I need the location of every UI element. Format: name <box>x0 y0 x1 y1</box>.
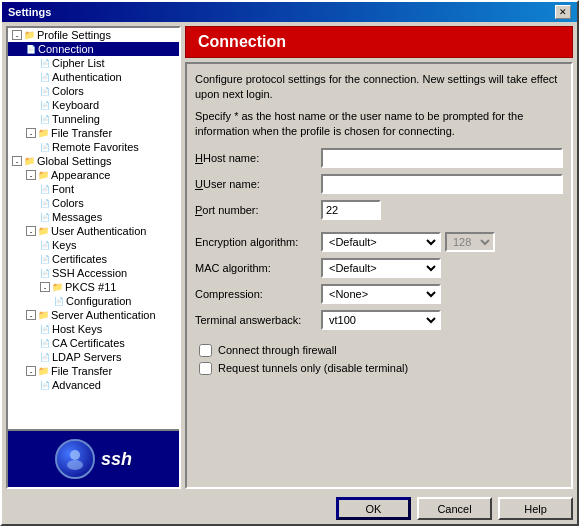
left-panel: - 📁 Profile Settings 📄 Connection 📄 Ciph… <box>6 26 181 489</box>
tree-label-keys: Keys <box>52 239 76 251</box>
content-area: - 📁 Profile Settings 📄 Connection 📄 Ciph… <box>2 22 577 493</box>
tree-item-file-transfer[interactable]: - 📁 File Transfer <box>8 126 179 140</box>
terminal-select[interactable]: vt100 <box>321 310 441 330</box>
tree-item-appearance[interactable]: - 📁 Appearance <box>8 168 179 182</box>
tree-item-user-authentication[interactable]: - 📁 User Authentication <box>8 224 179 238</box>
tree-label-ca-certificates: CA Certificates <box>52 337 125 349</box>
panel-body: Configure protocol settings for the conn… <box>185 62 573 489</box>
folder-icon: 📁 <box>52 282 63 292</box>
description-2: Specify * as the host name or the user n… <box>195 109 563 140</box>
tunnels-label: Request tunnels only (disable terminal) <box>218 362 408 374</box>
port-number-row: Port number: <box>195 200 563 220</box>
item-icon: 📄 <box>40 198 50 208</box>
expand-icon[interactable]: - <box>26 128 36 138</box>
port-number-label: Port number: <box>195 204 315 216</box>
tree-label-server-authentication: Server Authentication <box>51 309 156 321</box>
port-number-input[interactable] <box>321 200 381 220</box>
compression-select[interactable]: <None> <box>321 284 441 304</box>
tree-label-messages: Messages <box>52 211 102 223</box>
tree-label-ssh-accession: SSH Accession <box>52 267 127 279</box>
tree-item-connection[interactable]: 📄 Connection <box>8 42 179 56</box>
panel-header: Connection <box>185 26 573 58</box>
tree-item-keyboard[interactable]: 📄 Keyboard <box>8 98 179 112</box>
user-name-input[interactable] <box>321 174 563 194</box>
help-button[interactable]: Help <box>498 497 573 520</box>
tree-item-font[interactable]: 📄 Font <box>8 182 179 196</box>
tree-label-file-transfer: File Transfer <box>51 127 112 139</box>
item-icon: 📄 <box>40 212 50 222</box>
expand-icon[interactable]: - <box>40 282 50 292</box>
tree-item-tunneling[interactable]: 📄 Tunneling <box>8 112 179 126</box>
terminal-label: Terminal answerback: <box>195 314 315 326</box>
expand-icon[interactable]: - <box>12 156 22 166</box>
description-1: Configure protocol settings for the conn… <box>195 72 563 103</box>
item-icon: 📄 <box>40 324 50 334</box>
mac-select[interactable]: <Default> <box>321 258 441 278</box>
tree-label-global-settings: Global Settings <box>37 155 112 167</box>
tree-item-advanced[interactable]: 📄 Advanced <box>8 378 179 392</box>
item-icon: 📄 <box>40 86 50 96</box>
item-icon: 📄 <box>40 184 50 194</box>
encryption-label: Encryption algorithm: <box>195 236 315 248</box>
encryption-size-select[interactable]: 128 <box>445 232 495 252</box>
bottom-bar: OK Cancel Help <box>2 493 577 524</box>
encryption-select[interactable]: <Default> <box>321 232 441 252</box>
folder-icon: 📁 <box>24 30 35 40</box>
host-name-input[interactable] <box>321 148 563 168</box>
tree-item-cipher-list[interactable]: 📄 Cipher List <box>8 56 179 70</box>
close-button[interactable]: ✕ <box>555 5 571 19</box>
firewall-label: Connect through firewall <box>218 344 337 356</box>
logo-circle <box>55 439 95 479</box>
expand-icon[interactable]: - <box>26 170 36 180</box>
folder-icon: 📁 <box>38 310 49 320</box>
logo-area: ssh <box>8 429 179 487</box>
expand-icon[interactable]: - <box>26 366 36 376</box>
tree-item-authentication[interactable]: 📄 Authentication <box>8 70 179 84</box>
tree-item-ldap-servers[interactable]: 📄 LDAP Servers <box>8 350 179 364</box>
expand-icon[interactable]: - <box>12 30 22 40</box>
tree-item-global-settings[interactable]: - 📁 Global Settings <box>8 154 179 168</box>
tree-item-server-authentication[interactable]: - 📁 Server Authentication <box>8 308 179 322</box>
tree-label-colors2: Colors <box>52 197 84 209</box>
tree-label-pkcs11: PKCS #11 <box>65 281 116 293</box>
tree-label-font: Font <box>52 183 74 195</box>
svg-point-1 <box>67 460 83 470</box>
folder-icon: 📁 <box>24 156 35 166</box>
encryption-controls: <Default> 128 <box>321 232 563 252</box>
tree-item-file-transfer2[interactable]: - 📁 File Transfer <box>8 364 179 378</box>
ssh-logo: ssh <box>55 439 132 479</box>
terminal-controls: vt100 <box>321 310 563 330</box>
expand-icon[interactable]: - <box>26 226 36 236</box>
compression-row: Compression: <None> <box>195 284 563 304</box>
tree-item-configuration[interactable]: 📄 Configuration <box>8 294 179 308</box>
tree-item-ca-certificates[interactable]: 📄 CA Certificates <box>8 336 179 350</box>
tree-item-profile-settings[interactable]: - 📁 Profile Settings <box>8 28 179 42</box>
tree-item-messages[interactable]: 📄 Messages <box>8 210 179 224</box>
folder-icon: 📁 <box>38 226 49 236</box>
item-icon: 📄 <box>54 296 64 306</box>
tree-item-pkcs11[interactable]: - 📁 PKCS #11 <box>8 280 179 294</box>
tree-item-certificates[interactable]: 📄 Certificates <box>8 252 179 266</box>
encryption-row: Encryption algorithm: <Default> 128 <box>195 232 563 252</box>
tree-label-cipher-list: Cipher List <box>52 57 105 69</box>
cancel-button[interactable]: Cancel <box>417 497 492 520</box>
tree-item-colors2[interactable]: 📄 Colors <box>8 196 179 210</box>
mac-row: MAC algorithm: <Default> <box>195 258 563 278</box>
ok-button[interactable]: OK <box>336 497 411 520</box>
expand-icon[interactable]: - <box>26 310 36 320</box>
tree-item-keys[interactable]: 📄 Keys <box>8 238 179 252</box>
item-icon: 📄 <box>40 100 50 110</box>
logo-text: ssh <box>101 449 132 470</box>
tree-label-remote-favorites: Remote Favorites <box>52 141 139 153</box>
tree-item-colors[interactable]: 📄 Colors <box>8 84 179 98</box>
item-icon: 📄 <box>40 142 50 152</box>
tunnels-checkbox[interactable] <box>199 362 212 375</box>
tree-item-host-keys[interactable]: 📄 Host Keys <box>8 322 179 336</box>
tree-label-tunneling: Tunneling <box>52 113 100 125</box>
tree-label-authentication: Authentication <box>52 71 122 83</box>
firewall-checkbox[interactable] <box>199 344 212 357</box>
tree-view[interactable]: - 📁 Profile Settings 📄 Connection 📄 Ciph… <box>8 28 179 429</box>
tree-item-ssh-accession[interactable]: 📄 SSH Accession <box>8 266 179 280</box>
folder-icon: 📁 <box>38 170 49 180</box>
tree-item-remote-favorites[interactable]: 📄 Remote Favorites <box>8 140 179 154</box>
